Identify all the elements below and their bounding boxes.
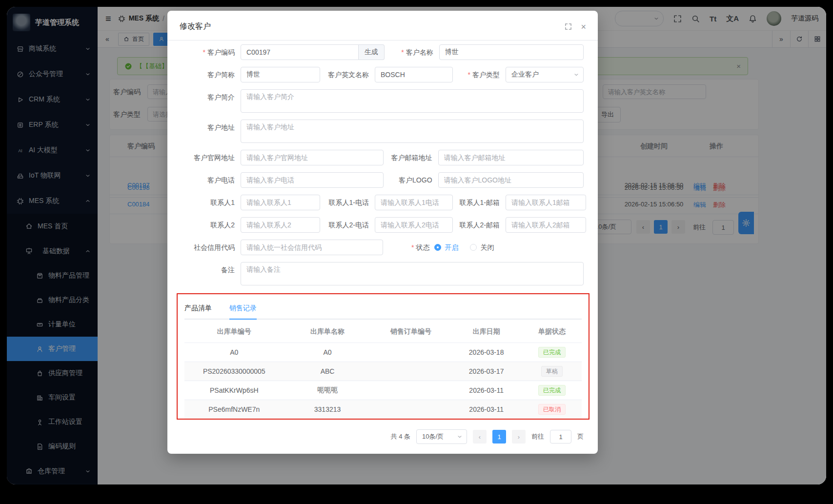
next-page-button[interactable]: › (512, 430, 526, 444)
name-label: 客户名称 (385, 44, 439, 60)
status-badge: 已取消 (538, 404, 566, 415)
status-cell: 已取消 (522, 400, 582, 419)
table-header-row: 出库单编号 出库单名称 销售订单编号 出库日期 单据状态 (184, 321, 582, 343)
page-size-select[interactable]: 10条/页 (416, 429, 467, 444)
contact1-label: 联系人1 (175, 195, 241, 210)
phone-input[interactable] (241, 172, 384, 188)
current-page-button[interactable]: 1 (492, 430, 506, 444)
highlighted-sales-section: 产品清单 销售记录 出库单编号 出库单名称 销售订单编号 出库日期 单据状态 (177, 293, 589, 420)
email-label: 客户邮箱地址 (384, 150, 438, 165)
contact1-email-label: 联系人1-邮箱 (453, 195, 506, 210)
col-outbound-date: 出库日期 (450, 321, 522, 343)
phone-label: 客户电话 (175, 172, 241, 188)
goto-label: 前往 (531, 432, 544, 441)
outbound-name: 3313213 (284, 400, 371, 419)
col-sales-order-no: 销售订单编号 (371, 321, 451, 343)
short-name-input[interactable] (241, 67, 320, 82)
outbound-date: 2026-03-17 (450, 362, 522, 381)
code-input-group: 生成 (241, 44, 385, 60)
sales-record-table: 出库单编号 出库单名称 销售订单编号 出库日期 单据状态 A0 A0 2026-… (184, 321, 582, 419)
table-row: A0 A0 2026-03-18 已完成 (184, 343, 582, 362)
tab-sales-record[interactable]: 销售记录 (229, 300, 257, 320)
dialog-fullscreen-icon[interactable] (565, 23, 572, 30)
status-cell: 草稿 (522, 362, 582, 381)
goto-page-input[interactable] (550, 430, 571, 444)
status-off-radio[interactable]: 关闭 (470, 240, 494, 255)
type-select[interactable]: 企业客户 (506, 67, 584, 82)
outbound-date: 2026-03-11 (450, 400, 522, 419)
outbound-name: ABC (284, 362, 371, 381)
app-window: 芋道管理系统 商城系统 公众号管理 CRM 系统 ERP 系统 (7, 7, 826, 484)
outbound-no-link[interactable]: PSatKKrWp6sH (184, 381, 284, 400)
address-textarea[interactable] (241, 120, 584, 143)
intro-textarea[interactable] (241, 89, 584, 113)
website-input[interactable] (241, 150, 384, 165)
detail-tabs: 产品清单 销售记录 (184, 300, 582, 320)
code-input[interactable] (241, 44, 359, 60)
col-outbound-no: 出库单编号 (184, 321, 284, 343)
outbound-no-link[interactable]: PS20260330000005 (184, 362, 284, 381)
status-label: 状态 (411, 240, 434, 255)
contact2-input[interactable] (241, 217, 320, 233)
tab-product-list[interactable]: 产品清单 (184, 300, 212, 320)
sales-order-no (371, 400, 451, 419)
sales-order-no (371, 381, 451, 400)
intro-label: 客户简介 (175, 89, 241, 105)
en-name-label: 客户英文名称 (320, 67, 375, 82)
website-label: 客户官网地址 (175, 150, 241, 165)
logo-input[interactable] (438, 172, 584, 188)
status-on-radio[interactable]: 开启 (434, 240, 458, 255)
remark-label: 备注 (175, 262, 241, 278)
type-label: 客户类型 (453, 67, 506, 82)
prev-page-button[interactable]: ‹ (473, 430, 487, 444)
outbound-date: 2026-03-11 (450, 381, 522, 400)
table-row: PSe6mfNzWE7n 3313213 2026-03-11 已取消 (184, 400, 582, 419)
outbound-date: 2026-03-18 (450, 343, 522, 362)
outbound-name: 呃呃呃 (284, 381, 371, 400)
contact1-input[interactable] (241, 195, 320, 210)
customer-form: 客户编码 生成 客户名称 客户简称 客户英文名称 客户类型 企业客户 (167, 40, 598, 285)
generate-button[interactable]: 生成 (359, 44, 385, 60)
name-input[interactable] (439, 44, 584, 60)
contact1-phone-label: 联系人1-电话 (320, 195, 375, 210)
contact2-email-label: 联系人2-邮箱 (453, 217, 506, 233)
outbound-name: A0 (284, 343, 371, 362)
radio-selected-icon (434, 244, 441, 251)
sales-order-no (371, 362, 451, 381)
address-label: 客户地址 (175, 120, 241, 135)
contact1-phone-input[interactable] (375, 195, 453, 210)
table-row: PS20260330000005 ABC 2026-03-17 草稿 (184, 362, 582, 381)
status-radio-group: 开启 关闭 (434, 240, 494, 255)
status-badge: 已完成 (538, 347, 566, 358)
dialog-title: 修改客户 (180, 21, 211, 32)
contact2-phone-label: 联系人2-电话 (320, 217, 375, 233)
total-count: 共 4 条 (391, 432, 410, 441)
status-badge: 草稿 (541, 366, 563, 377)
outbound-no-link[interactable]: A0 (184, 343, 284, 362)
contact2-email-input[interactable] (506, 217, 586, 233)
en-name-input[interactable] (375, 67, 453, 82)
remark-textarea[interactable] (241, 262, 584, 285)
status-cell: 已完成 (522, 381, 582, 400)
credit-code-label: 社会信用代码 (175, 240, 241, 255)
code-label: 客户编码 (175, 44, 241, 60)
logo-label: 客户LOGO (384, 172, 438, 188)
contact2-phone-input[interactable] (375, 217, 453, 233)
chevron-down-icon (457, 434, 463, 440)
col-doc-status: 单据状态 (522, 321, 582, 343)
sales-order-no (371, 343, 451, 362)
email-input[interactable] (438, 150, 584, 165)
contact1-email-input[interactable] (506, 195, 586, 210)
status-cell: 已完成 (522, 343, 582, 362)
dialog-close-icon[interactable]: × (581, 22, 586, 31)
outbound-no-link[interactable]: PSe6mfNzWE7n (184, 400, 284, 419)
contact2-label: 联系人2 (175, 217, 241, 233)
radio-unselected-icon (470, 244, 477, 251)
table-row: PSatKKrWp6sH 呃呃呃 2026-03-11 已完成 (184, 381, 582, 400)
page-unit: 页 (577, 432, 584, 441)
short-name-label: 客户简称 (175, 67, 241, 82)
credit-code-input[interactable] (241, 240, 383, 255)
dialog-pagination: 共 4 条 10条/页 ‹ 1 › 前往 页 (167, 429, 584, 444)
dialog-header: 修改客户 × (167, 11, 598, 32)
status-badge: 已完成 (538, 385, 566, 396)
